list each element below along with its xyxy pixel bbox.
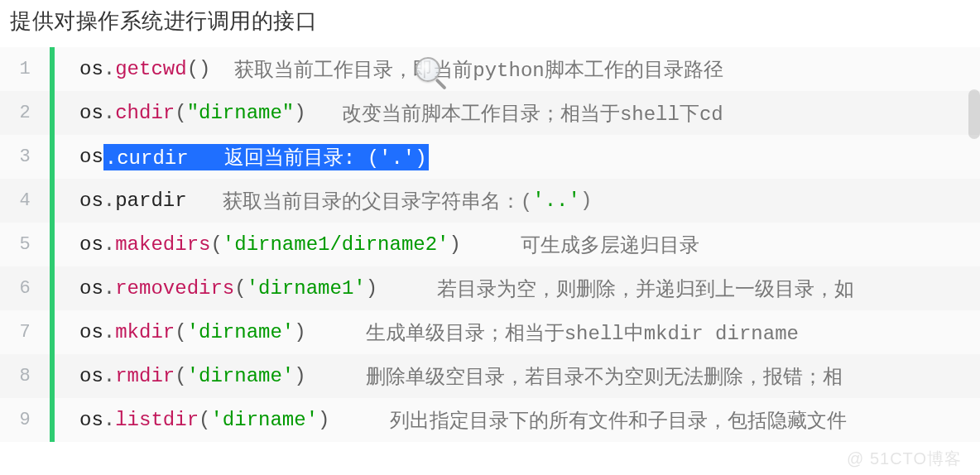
code-line[interactable]: 4os.pardir 获取当前目录的父目录字符串名：('..') [0,179,980,223]
code-token: ( [175,102,186,124]
line-number: 8 [0,354,50,398]
code-token: ) [580,190,592,212]
code-token: os [79,321,103,343]
code-token: ) [294,321,305,343]
code-block: 1os.getcwd() 获取当前工作目录，即当前python脚本工作的目录路径… [0,47,980,442]
page-heading: 提供对操作系统进行调用的接口 [0,0,980,47]
code-token: ( [234,277,246,300]
code-token: ( [175,365,186,387]
code-token: pardir [115,190,186,212]
code-token: 生成单级目录；相当于shell中mkdir dirname [366,319,799,346]
line-number: 3 [0,135,50,179]
code-token: .curdir 返回当前目录: ('.') [103,144,429,170]
code-token: 'dirname' [187,321,295,343]
code-token: 'dirname' [210,409,318,431]
code-token: ( [199,409,210,431]
code-token [329,409,389,431]
code-token: '..' [532,190,580,212]
code-content[interactable]: os.rmdir('dirname') 删除单级空目录，若目录不为空则无法删除，… [55,354,980,398]
code-token [187,190,223,212]
code-content[interactable]: os.pardir 获取当前目录的父目录字符串名：('..') [55,179,980,223]
code-content[interactable]: os.chdir("dirname") 改变当前脚本工作目录；相当于shell下… [55,91,980,135]
code-token: makedirs [115,233,210,256]
code-line[interactable]: 1os.getcwd() 获取当前工作目录，即当前python脚本工作的目录路径 [0,47,980,91]
code-token: os [79,58,103,80]
code-token: . [103,102,115,124]
code-token: . [103,277,115,300]
code-token: listdir [115,409,199,431]
code-token: 获取当前工作目录，即当前python脚本工作的目录路径 [234,56,723,83]
code-token [377,277,437,300]
line-number: 6 [0,266,50,310]
code-content[interactable]: os.mkdir('dirname') 生成单级目录；相当于shell中mkdi… [55,310,980,354]
code-token: ) [366,277,377,300]
code-token: ) [294,365,305,387]
code-token [306,365,366,387]
code-content[interactable]: os.listdir('dirname') 列出指定目录下的所有文件和子目录，包… [55,398,980,442]
code-content[interactable]: os.getcwd() 获取当前工作目录，即当前python脚本工作的目录路径 [55,47,980,91]
code-line[interactable]: 5os.makedirs('dirname1/dirname2') 可生成多层递… [0,223,980,266]
code-token: rmdir [115,365,175,387]
code-line[interactable]: 6os.removedirs('dirname1') 若目录为空，则删除，并递归… [0,266,980,310]
code-token: . [103,409,115,431]
code-token: "dirname" [187,102,295,124]
code-token: 'dirname' [187,365,295,387]
code-token: . [103,365,115,387]
code-token: os [79,146,103,168]
code-token [461,233,521,256]
code-line[interactable]: 3os.curdir 返回当前目录: ('.') [0,135,980,179]
code-content[interactable]: os.makedirs('dirname1/dirname2') 可生成多层递归… [55,223,980,266]
code-token: os [79,277,103,300]
code-token: chdir [115,102,175,124]
code-line[interactable]: 9os.listdir('dirname') 列出指定目录下的所有文件和子目录，… [0,398,980,442]
code-token: ( [210,233,222,256]
code-token [306,321,366,343]
code-token: 列出指定目录下的所有文件和子目录，包括隐藏文件 [390,407,847,434]
code-token: . [103,58,115,80]
scrollbar-thumb[interactable] [968,89,980,139]
code-token: os [79,365,103,387]
line-number: 7 [0,310,50,354]
code-token: 'dirname1/dirname2' [223,233,449,256]
code-token: 若目录为空，则删除，并递归到上一级目录，如 [437,276,854,302]
code-line[interactable]: 8os.rmdir('dirname') 删除单级空目录，若目录不为空则无法删除… [0,354,980,398]
code-token: os [79,409,103,431]
line-number: 9 [0,398,50,442]
code-line[interactable]: 7os.mkdir('dirname') 生成单级目录；相当于shell中mkd… [0,310,980,354]
code-token: removedirs [115,277,234,300]
code-content[interactable]: os.removedirs('dirname1') 若目录为空，则删除，并递归到… [55,266,980,310]
code-token: 'dirname1' [247,277,366,300]
code-token: . [103,190,115,212]
code-token: . [103,233,115,256]
code-token: os [79,102,103,124]
code-token: . [103,321,115,343]
code-token [306,102,342,124]
watermark: @ 51CTO博客 [847,448,962,470]
line-number: 1 [0,47,50,91]
line-number: 5 [0,223,50,266]
code-token: getcwd [115,58,186,80]
code-token: ( [175,321,186,343]
code-token: ) [449,233,461,256]
code-token: ) [294,102,305,124]
code-token: 获取当前目录的父目录字符串名：( [223,188,532,214]
code-token: os [79,233,103,256]
code-token: 改变当前脚本工作目录；相当于shell下cd [342,100,723,127]
code-line[interactable]: 2os.chdir("dirname") 改变当前脚本工作目录；相当于shell… [0,91,980,135]
code-content[interactable]: os.curdir 返回当前目录: ('.') [55,135,980,179]
code-token: 删除单级空目录，若目录不为空则无法删除，报错；相 [366,363,843,390]
code-token: os [79,190,103,212]
code-token: () [187,58,211,80]
line-number: 4 [0,179,50,223]
code-token: ) [318,409,329,431]
scrollbar-track[interactable] [968,56,980,475]
code-token: mkdir [115,321,175,343]
code-token [210,58,234,80]
line-number: 2 [0,91,50,135]
code-token: 可生成多层递归目录 [521,232,699,258]
